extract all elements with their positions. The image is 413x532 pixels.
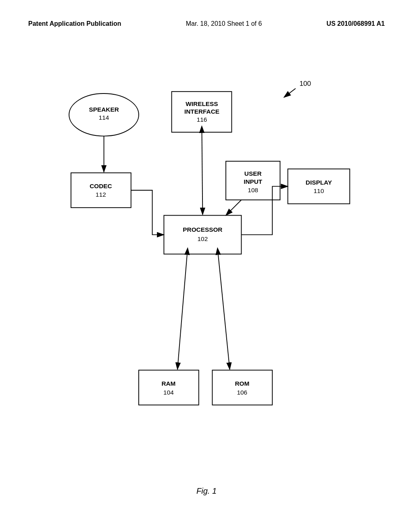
userinput-label2: INPUT <box>244 178 263 185</box>
wireless-label1: WIRELESS <box>186 100 218 107</box>
display-shape <box>288 169 350 204</box>
figure-label: Fig. 1 <box>196 486 217 496</box>
header-right: US 2010/068991 A1 <box>327 20 385 27</box>
patent-diagram: 100 SPEAKER 114 WIRELESS INTERFACE 116 C… <box>24 64 389 451</box>
codec-number: 112 <box>96 191 106 198</box>
arrow-userinput-processor <box>226 200 241 215</box>
page-header: Patent Application Publication Mar. 18, … <box>0 0 413 27</box>
processor-label: PROCESSOR <box>183 226 222 233</box>
header-left: Patent Application Publication <box>28 20 121 27</box>
display-label: DISPLAY <box>306 179 332 186</box>
ram-label: RAM <box>161 380 175 387</box>
rom-shape <box>212 370 272 405</box>
userinput-number: 108 <box>248 187 258 193</box>
codec-label: CODEC <box>90 183 112 189</box>
rom-label: ROM <box>235 380 249 387</box>
processor-number: 102 <box>198 235 208 242</box>
ref-100: 100 <box>299 79 311 87</box>
arrow-processor-ram <box>177 254 187 369</box>
codec-shape <box>71 173 131 208</box>
ref-arrow <box>284 89 296 98</box>
arrow-processor-rom <box>218 254 230 369</box>
speaker-number: 114 <box>99 114 109 121</box>
processor-shape <box>164 215 241 254</box>
wireless-label2: INTERFACE <box>184 108 219 115</box>
arrow-codec-processor <box>131 190 164 235</box>
diagram-svg: 100 SPEAKER 114 WIRELESS INTERFACE 116 C… <box>24 64 389 451</box>
rom-number: 106 <box>237 389 247 396</box>
display-number: 110 <box>314 187 324 194</box>
wireless-number: 116 <box>197 116 207 123</box>
arrow-wireless-processor <box>202 132 202 214</box>
ram-shape <box>139 370 199 405</box>
speaker-label: SPEAKER <box>89 106 119 113</box>
header-center: Mar. 18, 2010 Sheet 1 of 6 <box>186 20 262 27</box>
userinput-label1: USER <box>244 170 262 177</box>
arrow-processor-display <box>241 186 288 235</box>
ram-number: 104 <box>163 389 174 396</box>
